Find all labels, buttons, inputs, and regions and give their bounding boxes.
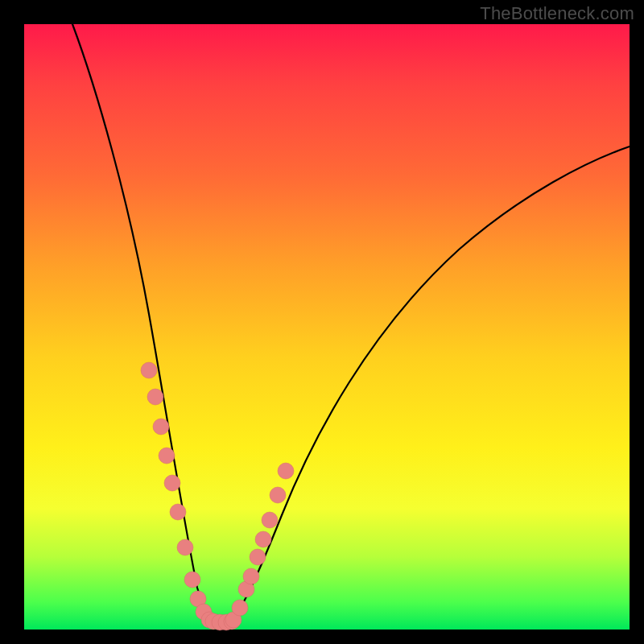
dot [270,487,286,503]
dot [159,448,175,464]
dot [243,568,259,584]
curve-right-path [230,147,630,621]
dot [147,389,163,405]
chart-stage: TheBottleneck.com [0,0,644,644]
dots-right-group [225,463,294,628]
dot [153,419,169,435]
dot [170,504,186,520]
dot [255,531,271,547]
dot [262,512,278,528]
plot-area [24,24,630,630]
dot [184,572,200,588]
dot [177,539,193,555]
dot [250,549,266,565]
curve-left-path [72,24,214,621]
dot [141,362,157,378]
dot [278,463,294,479]
dot [232,600,248,616]
watermark-text: TheBottleneck.com [480,3,634,24]
dots-left-group [141,362,217,628]
chart-svg [24,24,630,630]
dot [164,475,180,491]
